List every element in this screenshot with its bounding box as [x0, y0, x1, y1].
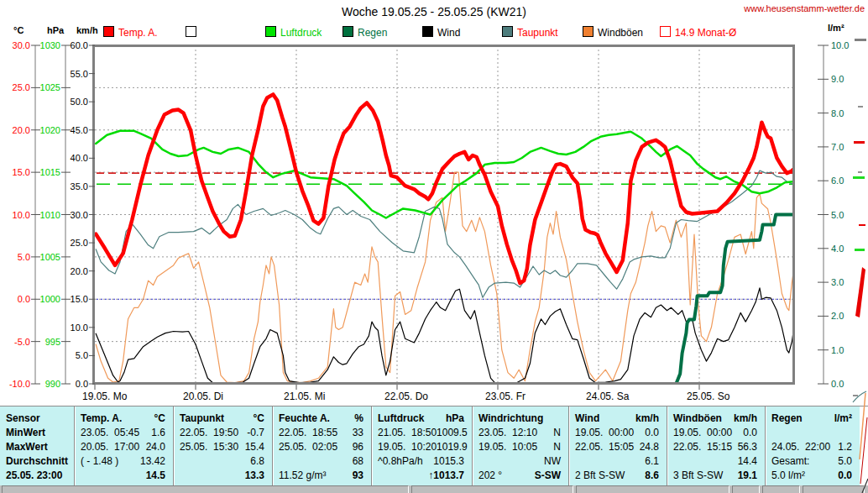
- table-cell: 23.05. 05:45: [75, 426, 139, 440]
- table-cell: Sensor: [0, 412, 40, 426]
- table-cell-value: 1009.5: [437, 426, 472, 440]
- x-axis-day-label: 19.05. Mo: [82, 391, 128, 402]
- table-cell: Luftdruck: [372, 412, 424, 426]
- tick-label: 0.0: [831, 379, 844, 389]
- table-cell: 3 Bft S-SW: [667, 469, 723, 483]
- table-row: 19.05. 00:000.0: [667, 426, 765, 440]
- status-segment: [411, 485, 573, 493]
- table-row: NW: [473, 454, 568, 469]
- table-row: 19.05. 10:201019.9: [372, 440, 472, 454]
- table-row: 5.0 l/m²0.0: [766, 469, 860, 483]
- status-segment: [762, 485, 800, 493]
- table-row: ( - 1.48 )13.42: [75, 454, 173, 469]
- tick-label: 1.0: [831, 345, 844, 355]
- tick-label: 1015: [40, 167, 60, 177]
- tick-label: -5.0: [14, 337, 30, 347]
- tick-label: 30.0: [13, 40, 30, 50]
- table-cell: 5.0 l/m²: [766, 469, 805, 483]
- x-axis-day-label: 21.05. Mi: [284, 391, 325, 402]
- table-cell: 22.05. 19:50: [174, 426, 238, 440]
- table-row: 3 Bft S-SW19.1: [667, 469, 765, 483]
- table-cell-value: [852, 426, 860, 440]
- tick-label: 1025: [40, 82, 60, 92]
- table-cell: Regen: [766, 412, 803, 426]
- reference-lines: [97, 173, 792, 299]
- table-cell-value: 14.4: [738, 454, 765, 469]
- table-cell: 202 °: [473, 469, 502, 483]
- table-cell: 25.05. 02:05: [273, 440, 337, 454]
- table-row: Windböenkm/h: [667, 412, 765, 426]
- table-row: 22.05. 15:1556.3: [667, 440, 765, 454]
- table-cell-value: °C: [254, 412, 272, 426]
- table-col-windrichtung: Windrichtung23.05. 12:10N19.05. 10:05NNW…: [472, 406, 568, 485]
- table-row: [766, 426, 860, 440]
- tick-label: 3.0: [831, 277, 844, 287]
- right-edge-strip: [860, 406, 868, 485]
- tick-label: 40.0: [71, 153, 88, 163]
- table-row: Durchschnitt: [0, 454, 74, 469]
- tick-label: 0.0: [76, 379, 88, 389]
- table-row: LuftdruckhPa: [372, 412, 472, 426]
- table-row: 19.05. 00:000.0: [569, 426, 667, 440]
- tick-label: 1000: [40, 294, 60, 304]
- tick-label: 10.0: [13, 210, 30, 220]
- table-col-luftdruck: LuftdruckhPa21.05. 18:501009.519.05. 10:…: [371, 406, 472, 485]
- tick-label: 5.0: [76, 350, 88, 360]
- series-windb-en: [96, 172, 792, 383]
- series-wind: [96, 288, 792, 384]
- table-cell: 11.52 g/m³: [273, 469, 326, 483]
- table-cell-value: [66, 469, 74, 483]
- x-axis-day-label: 22.05. Do: [384, 391, 428, 402]
- table-cell-value: [561, 412, 568, 426]
- table-cell: 25.05. 23:00: [0, 469, 62, 483]
- table-row: 21.05. 18:501009.5: [372, 426, 472, 440]
- table-cell: Windböen: [667, 412, 722, 426]
- table-cell-value: 0.0: [838, 469, 860, 483]
- table-cell-value: 13.3: [245, 469, 272, 483]
- tick-label: 1010: [40, 210, 60, 220]
- table-cell-value: km/h: [734, 412, 765, 426]
- table-row: 25.05. 02:0596: [273, 440, 371, 454]
- table-cell: Windrichtung: [473, 412, 543, 426]
- table-cell: Gesamt:: [766, 454, 809, 469]
- table-cell-value: [66, 412, 74, 426]
- weather-week-chart: 30.025.020.015.010.05.00.0-5.0-10.010301…: [0, 0, 868, 405]
- table-cell-value: °C: [154, 412, 173, 426]
- tick-label: 15.0: [13, 167, 30, 177]
- table-col-taupunkt: Taupunkt°C22.05. 19:50-0.725.05. 15:3015…: [173, 406, 272, 485]
- table-cell-value: 1015.3: [433, 454, 472, 469]
- table-cell-value: 13.42: [140, 454, 173, 469]
- x-axis-day-label: 23.05. Fr: [485, 391, 526, 402]
- status-segment: [576, 485, 729, 493]
- table-cell: 19.05. 00:00: [569, 426, 634, 440]
- weather-app-window: Woche 19.05.25 - 25.05.25 (KW21) www.heu…: [0, 0, 868, 493]
- table-row: Feuchte A.%: [273, 412, 371, 426]
- series-taupunkt: [96, 170, 792, 297]
- table-cell: 22.05. 15:05: [569, 440, 634, 454]
- table-cell-value: 0.0: [743, 426, 765, 440]
- table-row: Temp. A.°C: [75, 412, 173, 426]
- table-row: 6.1: [569, 454, 667, 469]
- table-cell: MaxWert: [0, 440, 48, 454]
- table-row: 13.3: [174, 469, 272, 483]
- table-cell-value: 1019.9: [437, 440, 472, 454]
- tick-label: -10.0: [9, 379, 30, 389]
- tick-label: 5.0: [831, 210, 844, 220]
- table-cell-value: %: [354, 412, 371, 426]
- table-cell: 22.05. 15:15: [667, 440, 732, 454]
- table-row: 22.05. 15:0524.8: [569, 440, 667, 454]
- table-cell-value: S-SW: [535, 469, 568, 483]
- sensor-summary-table: SensorMinWertMaxWertDurchschnitt25.05. 2…: [0, 406, 868, 485]
- table-row: MaxWert: [0, 440, 74, 454]
- tick-label: 995: [45, 337, 60, 347]
- table-cell: Temp. A.: [75, 412, 122, 426]
- tick-label: 8.0: [831, 108, 844, 118]
- table-row: 25.05. 23:00: [0, 469, 74, 483]
- table-cell-value: hPa: [446, 412, 472, 426]
- table-cell-value: 0.0: [645, 426, 667, 440]
- data-series: [95, 94, 793, 384]
- table-cell-value: [66, 440, 74, 454]
- table-col-feuchte-a-: Feuchte A.%22.05. 18:553325.05. 02:05966…: [272, 406, 371, 485]
- status-segment: [732, 485, 760, 493]
- table-cell: 19.05. 00:00: [667, 426, 732, 440]
